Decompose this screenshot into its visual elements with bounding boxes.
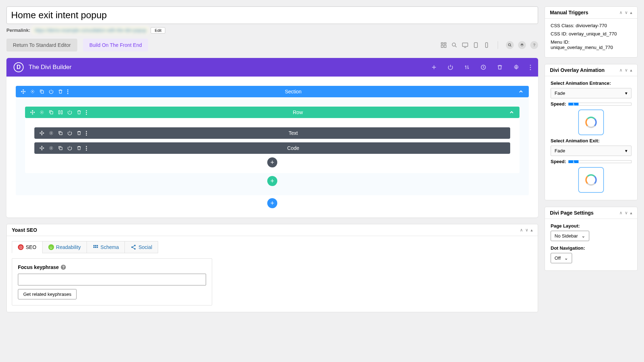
text-module[interactable]: Text xyxy=(34,127,510,139)
svg-rect-23 xyxy=(61,111,63,114)
gear-icon[interactable] xyxy=(49,146,54,151)
trash-icon[interactable] xyxy=(77,110,82,115)
panel-up-icon[interactable]: ∧ xyxy=(520,228,523,233)
svg-rect-36 xyxy=(97,247,98,248)
page-layout-select[interactable]: No Sidebar ⌄ xyxy=(551,231,589,241)
post-title-input[interactable] xyxy=(6,6,538,24)
add-section-button[interactable]: + xyxy=(267,198,277,208)
svg-point-25 xyxy=(51,133,52,134)
panel-toggle-icon[interactable]: ▴ xyxy=(630,68,632,73)
tab-schema[interactable]: Schema xyxy=(87,241,125,253)
edit-permalink-button[interactable]: Edit xyxy=(151,27,165,34)
duplicate-icon[interactable] xyxy=(39,89,44,94)
row-header[interactable]: Row xyxy=(25,107,519,118)
focus-keyphrase-label: Focus keyphrase xyxy=(18,264,59,270)
svg-rect-3 xyxy=(444,45,446,48)
entrance-preview xyxy=(578,109,604,135)
svg-line-40 xyxy=(133,246,135,247)
build-frontend-button[interactable]: Build On The Front End xyxy=(83,39,148,52)
svg-point-20 xyxy=(42,112,43,113)
tab-readability[interactable]: ☺ Readability xyxy=(42,241,87,253)
panel-up-icon[interactable]: ∧ xyxy=(619,68,623,73)
focus-keyphrase-input[interactable] xyxy=(18,274,206,285)
panel-toggle-icon[interactable]: ▴ xyxy=(630,10,632,15)
panel-down-icon[interactable]: ∨ xyxy=(625,68,628,73)
duplicate-icon[interactable] xyxy=(58,146,63,151)
gear-icon[interactable] xyxy=(513,64,519,70)
tablet-icon[interactable] xyxy=(473,42,479,48)
speed-label: Speed: xyxy=(551,159,566,164)
add-module-button[interactable]: + xyxy=(267,157,277,167)
divider xyxy=(498,41,498,49)
gear-icon[interactable] xyxy=(30,89,35,94)
page-layout-label: Page Layout: xyxy=(551,223,631,229)
desktop-icon[interactable] xyxy=(462,42,468,48)
get-keyphrases-button[interactable]: Get related keyphrases xyxy=(18,289,77,299)
move-icon[interactable] xyxy=(39,131,44,136)
entrance-select[interactable]: Fade ▾ xyxy=(551,88,631,98)
trash-icon[interactable] xyxy=(77,131,82,136)
phone-icon[interactable] xyxy=(483,42,490,48)
entrance-speed-slider[interactable]: 1 xyxy=(568,103,631,106)
power-icon[interactable] xyxy=(448,64,453,70)
speed-label: Speed: xyxy=(551,101,566,107)
power-icon[interactable] xyxy=(67,131,72,136)
wireframe-view-icon[interactable] xyxy=(440,42,447,48)
svg-rect-2 xyxy=(441,45,443,48)
exit-speed-slider[interactable]: 1 xyxy=(568,160,631,163)
power-icon[interactable] xyxy=(67,110,72,115)
history-icon[interactable] xyxy=(480,64,486,70)
svg-rect-8 xyxy=(474,43,478,48)
duplicate-icon[interactable] xyxy=(49,110,54,115)
panel-up-icon[interactable]: ∧ xyxy=(619,10,623,15)
panel-down-icon[interactable]: ∨ xyxy=(625,210,628,215)
add-row-button[interactable]: + xyxy=(267,176,277,186)
code-module[interactable]: Code xyxy=(34,142,510,154)
power-icon[interactable] xyxy=(67,146,72,151)
trash-icon[interactable] xyxy=(58,89,63,94)
animation-panel-title: Divi Overlay Animation xyxy=(550,67,605,73)
trash-icon[interactable] xyxy=(497,64,503,70)
panel-toggle-icon[interactable]: ▴ xyxy=(531,228,533,233)
move-icon[interactable] xyxy=(39,146,44,151)
module-label: Code xyxy=(87,145,499,151)
panel-toggle-icon[interactable]: ▴ xyxy=(630,210,632,215)
tab-social[interactable]: Social xyxy=(125,241,158,253)
help-icon[interactable]: ? xyxy=(61,265,66,270)
help-button[interactable]: ? xyxy=(530,41,538,49)
zoom-icon[interactable] xyxy=(451,42,458,48)
more-icon[interactable] xyxy=(530,65,531,70)
happy-face-icon: ☺ xyxy=(48,244,54,250)
divi-logo-icon: D xyxy=(14,62,24,72)
section-header[interactable]: Section xyxy=(16,86,529,97)
chevron-up-icon[interactable] xyxy=(509,109,514,115)
svg-point-10 xyxy=(508,44,511,46)
swap-icon[interactable] xyxy=(464,64,470,70)
svg-line-11 xyxy=(511,46,512,47)
svg-point-17 xyxy=(32,91,33,92)
chevron-up-icon[interactable] xyxy=(518,89,524,94)
search-button[interactable] xyxy=(506,41,514,49)
panel-up-icon[interactable]: ∧ xyxy=(619,210,623,215)
power-icon[interactable] xyxy=(49,89,54,94)
return-standard-editor-button[interactable]: Return To Standard Editor xyxy=(6,39,77,52)
layers-button[interactable] xyxy=(518,41,526,49)
trash-icon[interactable] xyxy=(77,146,82,151)
gear-icon[interactable] xyxy=(39,110,44,115)
panel-down-icon[interactable]: ∨ xyxy=(625,10,628,15)
columns-icon[interactable] xyxy=(58,110,63,115)
svg-point-16 xyxy=(516,67,517,68)
svg-rect-6 xyxy=(463,43,468,47)
permalink-url[interactable]: https://demo-example-consultation-with-t… xyxy=(32,27,148,34)
tab-seo[interactable]: ☹ SEO xyxy=(12,241,43,253)
gear-icon[interactable] xyxy=(49,131,54,136)
svg-rect-26 xyxy=(60,132,62,135)
move-icon[interactable] xyxy=(30,110,35,115)
exit-select[interactable]: Fade ▾ xyxy=(551,146,631,156)
move-icon[interactable] xyxy=(21,89,26,94)
panel-down-icon[interactable]: ∨ xyxy=(525,228,528,233)
dotnav-select[interactable]: Off ⌄ xyxy=(551,253,572,263)
add-icon[interactable] xyxy=(431,64,437,70)
chevron-down-icon: ▾ xyxy=(625,90,628,96)
duplicate-icon[interactable] xyxy=(58,131,63,136)
